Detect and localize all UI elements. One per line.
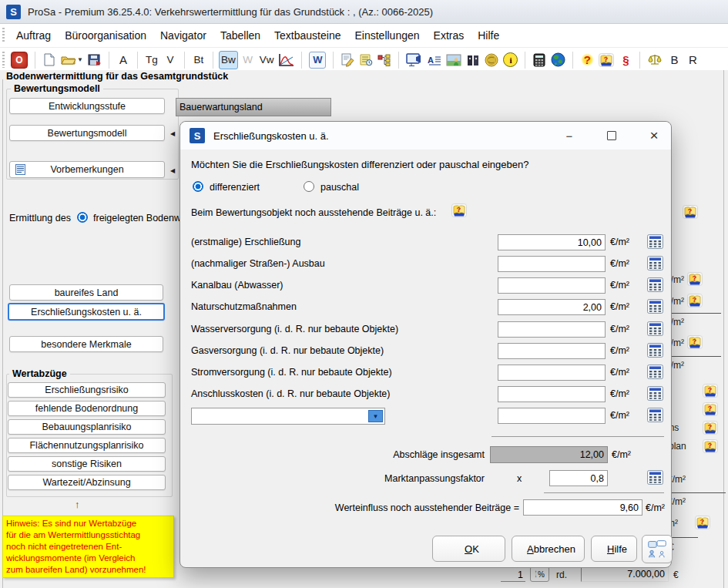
toolbar-bt-button[interactable]: Bt [190, 51, 207, 69]
calculator-icon[interactable] [647, 277, 663, 292]
calculator-icon[interactable] [647, 365, 663, 379]
close-button[interactable]: × [641, 125, 667, 146]
toolbar-r-button[interactable]: R [684, 51, 701, 69]
toolbar-tg-button[interactable]: Tg [143, 51, 160, 69]
info-button[interactable]: i [502, 51, 519, 69]
calculator-button[interactable] [531, 51, 548, 69]
help-book-icon[interactable] [687, 294, 703, 307]
entwicklungsstufe-value[interactable]: Bauerwartungsland [176, 98, 331, 116]
cost-row-input[interactable] [498, 343, 606, 359]
cost-row-input[interactable] [498, 256, 606, 272]
euro-coin-button[interactable] [483, 51, 500, 69]
maximize-button[interactable] [599, 125, 625, 146]
calculator-icon[interactable] [647, 408, 663, 422]
baureifes-land-button[interactable]: baureifes Land [9, 284, 163, 301]
help-book-icon[interactable] [687, 335, 703, 349]
menu-auftrag[interactable]: Auftrag [9, 29, 58, 42]
menu-extras[interactable]: Extras [427, 29, 471, 42]
help-button[interactable]: ? [579, 51, 595, 69]
globe-button[interactable] [549, 51, 567, 69]
rounded-value-field[interactable] [581, 566, 669, 582]
entwicklungsstufe-button[interactable]: Entwicklungsstufe [9, 98, 165, 114]
photo-person-button[interactable] [445, 51, 463, 69]
bebauungsplanrisiko-button[interactable]: Bebauungsplanrisiko [8, 419, 166, 435]
help-book-icon[interactable] [703, 384, 718, 398]
cost-row-input[interactable] [498, 365, 606, 381]
help-button-dialog[interactable]: Hilfe [591, 536, 637, 562]
menu-bueroorganisation[interactable]: Büroorganisation [58, 29, 153, 42]
help-book-icon[interactable] [687, 272, 703, 286]
custom-cost-combobox[interactable]: ▼ [191, 408, 385, 425]
help-book-icon[interactable] [695, 516, 710, 529]
menu-textbausteine[interactable]: Textbausteine [267, 29, 347, 42]
marktanpassungsfaktor-input[interactable] [549, 470, 608, 486]
note-clock-button[interactable] [357, 51, 374, 69]
flaechennutzungsplanrisiko-button[interactable]: Flächennutzungsplanrisiko [8, 438, 166, 453]
project-tree-button[interactable] [376, 51, 393, 69]
wartezeit-abzinsung-button[interactable]: Wartezeit/Abzinsung [8, 475, 166, 490]
radio-pauschal-label[interactable]: pauschal [320, 182, 359, 193]
toolbar-b-button[interactable]: B [666, 51, 683, 69]
toolbar-w-button[interactable]: W [240, 51, 257, 69]
calculator-icon[interactable] [647, 343, 663, 358]
discussion-button[interactable] [642, 535, 673, 563]
calculator-icon[interactable] [647, 321, 663, 336]
help-book-icon[interactable] [703, 421, 718, 435]
radio-differenziert-label[interactable]: differenziert [210, 182, 260, 193]
text-lines-button[interactable]: A [426, 51, 443, 69]
minimize-button[interactable]: − [556, 125, 582, 146]
radio-differenziert[interactable] [193, 181, 203, 192]
calculator-icon[interactable] [647, 299, 663, 314]
binders-button[interactable] [465, 51, 481, 69]
toolbar-vw-button[interactable]: Vw [258, 51, 276, 69]
ok-button[interactable]: OK [432, 536, 505, 562]
ermittlung-radio[interactable] [77, 212, 88, 223]
cost-row-input[interactable] [498, 408, 606, 424]
save-export-button[interactable] [86, 51, 103, 69]
erschliessungsrisiko-button[interactable]: Erschließungsrisiko [8, 382, 166, 398]
help-book-icon[interactable] [703, 402, 718, 416]
help-book-button[interactable] [597, 51, 616, 69]
calculator-icon[interactable] [647, 234, 663, 249]
paragraph-button[interactable]: § [617, 51, 634, 69]
scale-button[interactable] [646, 51, 664, 69]
cost-row-input[interactable] [498, 386, 606, 402]
menu-einstellungen[interactable]: Einstellungen [347, 29, 426, 42]
monitor-speaker-button[interactable] [404, 51, 424, 69]
edit-document-button[interactable] [339, 51, 356, 69]
menu-hilfe[interactable]: Hilfe [471, 29, 506, 42]
new-document-button[interactable] [41, 51, 58, 69]
toolbar-a-button[interactable]: A [115, 51, 132, 69]
cost-row-input[interactable] [498, 277, 606, 294]
calculator-icon[interactable] [647, 256, 663, 270]
calculator-icon[interactable] [647, 470, 663, 485]
help-book-icon[interactable] [683, 205, 698, 219]
help-book-icon[interactable] [451, 203, 467, 217]
cancel-button[interactable]: Abbrechen [512, 536, 585, 562]
erschliessungskosten-button[interactable]: Erschließungskosten u. ä. [8, 303, 165, 321]
radio-pauschal[interactable] [304, 181, 314, 192]
dialog-titlebar[interactable]: S Erschließungskosten u. ä. [180, 122, 671, 150]
fehlende-bodenordnung-button[interactable]: fehlende Bodenordnung [8, 401, 166, 416]
sonstige-risiken-button[interactable]: sonstige Risiken [8, 456, 166, 472]
chart-button[interactable] [277, 51, 296, 69]
besondere-merkmale-button[interactable]: besondere Merkmale [9, 336, 163, 352]
open-folder-dropdown-icon[interactable]: ▼ [77, 56, 83, 63]
menu-tabellen[interactable]: Tabellen [213, 29, 267, 42]
cost-row-input[interactable] [498, 321, 606, 338]
help-book-icon[interactable] [703, 439, 718, 453]
cost-row-input[interactable] [498, 234, 606, 250]
percent-stepper-button[interactable]: ↑↓ % [530, 566, 549, 582]
cost-row-input[interactable] [498, 299, 606, 315]
combobox-dropdown-icon[interactable]: ▼ [368, 410, 383, 422]
custom-cost-name-input[interactable] [192, 408, 384, 424]
exit-button[interactable]: O [9, 51, 29, 69]
werteinfluss-field[interactable] [523, 499, 642, 516]
toolbar-v-button[interactable]: V [162, 51, 179, 69]
menu-navigator[interactable]: Navigator [153, 29, 213, 42]
calculator-icon[interactable] [647, 386, 663, 401]
factor-mini-field[interactable] [501, 568, 525, 582]
word-export-button[interactable]: W [307, 51, 327, 69]
bewertungsmodell-button[interactable]: Bewertungsmodell [9, 125, 165, 141]
toolbar-bw-button[interactable]: Bw [219, 51, 238, 69]
